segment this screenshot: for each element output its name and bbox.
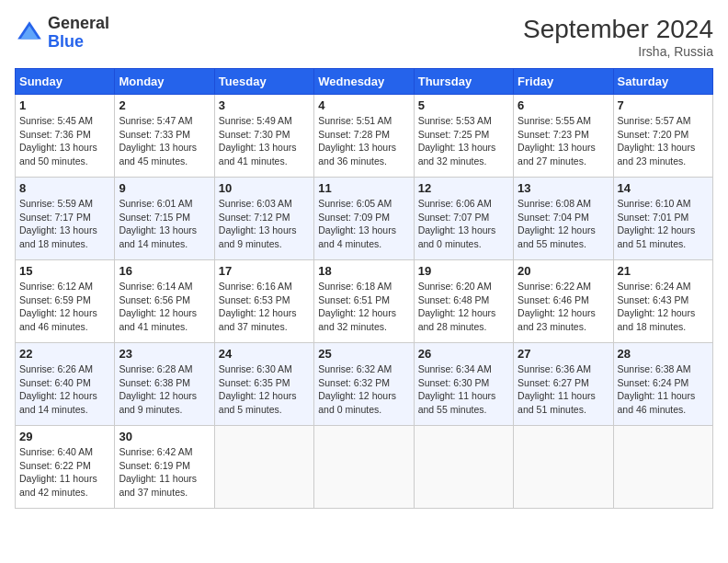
day-number: 10 bbox=[219, 181, 310, 195]
day-info: Sunrise: 6:18 AMSunset: 6:51 PMDaylight:… bbox=[318, 280, 409, 334]
logo-blue: Blue bbox=[48, 32, 84, 51]
calendar-cell: 13Sunrise: 6:08 AMSunset: 7:04 PMDayligh… bbox=[514, 178, 613, 260]
day-number: 28 bbox=[618, 347, 709, 361]
day-number: 4 bbox=[318, 98, 409, 112]
day-info: Sunrise: 6:28 AMSunset: 6:38 PMDaylight:… bbox=[119, 362, 210, 417]
day-number: 2 bbox=[119, 98, 210, 112]
calendar-cell bbox=[613, 426, 712, 509]
calendar-cell: 18Sunrise: 6:18 AMSunset: 6:51 PMDayligh… bbox=[314, 260, 414, 343]
calendar-cell: 29Sunrise: 6:40 AMSunset: 6:22 PMDayligh… bbox=[16, 426, 115, 509]
day-number: 18 bbox=[318, 264, 409, 278]
day-number: 3 bbox=[219, 98, 310, 112]
day-number: 22 bbox=[19, 347, 110, 361]
day-info: Sunrise: 5:49 AMSunset: 7:30 PMDaylight:… bbox=[219, 114, 310, 168]
calendar-cell: 17Sunrise: 6:16 AMSunset: 6:53 PMDayligh… bbox=[214, 260, 313, 343]
day-info: Sunrise: 6:42 AMSunset: 6:19 PMDaylight:… bbox=[119, 445, 210, 500]
header-friday: Friday bbox=[514, 69, 613, 95]
day-number: 15 bbox=[19, 264, 110, 278]
calendar-cell: 28Sunrise: 6:38 AMSunset: 6:24 PMDayligh… bbox=[613, 343, 712, 426]
day-info: Sunrise: 6:16 AMSunset: 6:53 PMDaylight:… bbox=[219, 280, 310, 334]
day-number: 11 bbox=[318, 181, 409, 195]
calendar-cell bbox=[214, 426, 313, 509]
calendar-cell: 24Sunrise: 6:30 AMSunset: 6:35 PMDayligh… bbox=[214, 343, 313, 426]
page-header: General Blue September 2024 Irsha, Russi… bbox=[15, 15, 713, 59]
week-row-1: 1Sunrise: 5:45 AMSunset: 7:36 PMDaylight… bbox=[16, 95, 713, 178]
day-number: 29 bbox=[19, 430, 110, 443]
day-info: Sunrise: 6:38 AMSunset: 6:24 PMDaylight:… bbox=[618, 362, 709, 417]
day-info: Sunrise: 6:03 AMSunset: 7:12 PMDaylight:… bbox=[219, 197, 310, 251]
day-info: Sunrise: 5:59 AMSunset: 7:17 PMDaylight:… bbox=[19, 197, 110, 251]
day-info: Sunrise: 6:30 AMSunset: 6:35 PMDaylight:… bbox=[219, 362, 310, 417]
calendar-cell bbox=[414, 426, 513, 509]
calendar-cell: 23Sunrise: 6:28 AMSunset: 6:38 PMDayligh… bbox=[115, 343, 214, 426]
day-number: 1 bbox=[19, 98, 110, 112]
header-saturday: Saturday bbox=[613, 69, 712, 95]
day-number: 13 bbox=[518, 181, 609, 195]
calendar-cell: 9Sunrise: 6:01 AMSunset: 7:15 PMDaylight… bbox=[115, 178, 214, 260]
day-number: 5 bbox=[418, 98, 509, 112]
logo-icon bbox=[15, 18, 44, 48]
day-info: Sunrise: 5:57 AMSunset: 7:20 PMDaylight:… bbox=[618, 114, 709, 168]
day-number: 30 bbox=[119, 430, 210, 443]
header-tuesday: Tuesday bbox=[214, 69, 313, 95]
week-row-3: 15Sunrise: 6:12 AMSunset: 6:59 PMDayligh… bbox=[16, 260, 713, 343]
day-number: 14 bbox=[618, 181, 709, 195]
day-info: Sunrise: 6:05 AMSunset: 7:09 PMDaylight:… bbox=[318, 197, 409, 251]
day-info: Sunrise: 6:14 AMSunset: 6:56 PMDaylight:… bbox=[119, 280, 210, 334]
week-row-5: 29Sunrise: 6:40 AMSunset: 6:22 PMDayligh… bbox=[16, 426, 713, 509]
calendar-cell: 1Sunrise: 5:45 AMSunset: 7:36 PMDaylight… bbox=[16, 95, 115, 178]
calendar-cell: 4Sunrise: 5:51 AMSunset: 7:28 PMDaylight… bbox=[314, 95, 414, 178]
day-number: 27 bbox=[518, 347, 609, 361]
day-info: Sunrise: 5:53 AMSunset: 7:25 PMDaylight:… bbox=[418, 114, 509, 168]
day-info: Sunrise: 6:10 AMSunset: 7:01 PMDaylight:… bbox=[618, 197, 709, 251]
day-info: Sunrise: 6:08 AMSunset: 7:04 PMDaylight:… bbox=[518, 197, 609, 251]
day-number: 17 bbox=[219, 264, 310, 278]
day-number: 23 bbox=[119, 347, 210, 361]
header-monday: Monday bbox=[115, 69, 214, 95]
day-info: Sunrise: 5:45 AMSunset: 7:36 PMDaylight:… bbox=[19, 114, 110, 168]
day-info: Sunrise: 6:40 AMSunset: 6:22 PMDaylight:… bbox=[19, 445, 110, 500]
calendar-cell: 2Sunrise: 5:47 AMSunset: 7:33 PMDaylight… bbox=[115, 95, 214, 178]
week-row-4: 22Sunrise: 6:26 AMSunset: 6:40 PMDayligh… bbox=[16, 343, 713, 426]
day-number: 9 bbox=[119, 181, 210, 195]
week-row-2: 8Sunrise: 5:59 AMSunset: 7:17 PMDaylight… bbox=[16, 178, 713, 260]
calendar-cell: 27Sunrise: 6:36 AMSunset: 6:27 PMDayligh… bbox=[514, 343, 613, 426]
day-info: Sunrise: 6:06 AMSunset: 7:07 PMDaylight:… bbox=[418, 197, 509, 251]
logo-general: General bbox=[48, 14, 109, 32]
day-number: 24 bbox=[219, 347, 310, 361]
calendar-cell: 12Sunrise: 6:06 AMSunset: 7:07 PMDayligh… bbox=[414, 178, 513, 260]
calendar-cell: 8Sunrise: 5:59 AMSunset: 7:17 PMDaylight… bbox=[16, 178, 115, 260]
day-number: 21 bbox=[618, 264, 709, 278]
day-number: 6 bbox=[518, 98, 609, 112]
calendar-cell: 6Sunrise: 5:55 AMSunset: 7:23 PMDaylight… bbox=[514, 95, 613, 178]
day-number: 19 bbox=[418, 264, 509, 278]
day-info: Sunrise: 6:34 AMSunset: 6:30 PMDaylight:… bbox=[418, 362, 509, 417]
day-number: 26 bbox=[418, 347, 509, 361]
day-info: Sunrise: 6:22 AMSunset: 6:46 PMDaylight:… bbox=[518, 280, 609, 334]
day-number: 12 bbox=[418, 181, 509, 195]
days-header-row: Sunday Monday Tuesday Wednesday Thursday… bbox=[16, 69, 713, 95]
day-number: 7 bbox=[618, 98, 709, 112]
day-number: 16 bbox=[119, 264, 210, 278]
day-info: Sunrise: 5:47 AMSunset: 7:33 PMDaylight:… bbox=[119, 114, 210, 168]
day-info: Sunrise: 6:24 AMSunset: 6:43 PMDaylight:… bbox=[618, 280, 709, 334]
day-info: Sunrise: 6:32 AMSunset: 6:32 PMDaylight:… bbox=[318, 362, 409, 417]
logo-text: General Blue bbox=[48, 15, 109, 52]
calendar-cell: 19Sunrise: 6:20 AMSunset: 6:48 PMDayligh… bbox=[414, 260, 513, 343]
calendar-cell: 15Sunrise: 6:12 AMSunset: 6:59 PMDayligh… bbox=[16, 260, 115, 343]
title-block: September 2024 Irsha, Russia bbox=[523, 15, 713, 59]
day-info: Sunrise: 5:51 AMSunset: 7:28 PMDaylight:… bbox=[318, 114, 409, 168]
day-info: Sunrise: 6:12 AMSunset: 6:59 PMDaylight:… bbox=[19, 280, 110, 334]
calendar-cell: 10Sunrise: 6:03 AMSunset: 7:12 PMDayligh… bbox=[214, 178, 313, 260]
header-wednesday: Wednesday bbox=[314, 69, 414, 95]
logo: General Blue bbox=[15, 15, 109, 52]
day-number: 20 bbox=[518, 264, 609, 278]
calendar-cell: 3Sunrise: 5:49 AMSunset: 7:30 PMDaylight… bbox=[214, 95, 313, 178]
calendar-cell: 26Sunrise: 6:34 AMSunset: 6:30 PMDayligh… bbox=[414, 343, 513, 426]
calendar-cell: 21Sunrise: 6:24 AMSunset: 6:43 PMDayligh… bbox=[613, 260, 712, 343]
day-info: Sunrise: 6:01 AMSunset: 7:15 PMDaylight:… bbox=[119, 197, 210, 251]
month-year: September 2024 bbox=[523, 15, 713, 44]
calendar-cell bbox=[314, 426, 414, 509]
header-thursday: Thursday bbox=[414, 69, 513, 95]
calendar-cell: 16Sunrise: 6:14 AMSunset: 6:56 PMDayligh… bbox=[115, 260, 214, 343]
